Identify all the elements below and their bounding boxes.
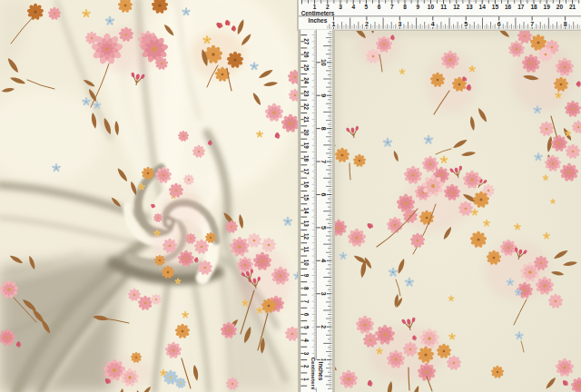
svg-text:16: 16 bbox=[303, 181, 310, 189]
svg-text:1: 1 bbox=[331, 21, 335, 27]
svg-text:9: 9 bbox=[320, 93, 327, 97]
svg-text:27: 27 bbox=[303, 38, 310, 45]
svg-text:7: 7 bbox=[530, 21, 534, 27]
svg-text:5: 5 bbox=[365, 4, 369, 10]
svg-text:20: 20 bbox=[556, 4, 564, 10]
svg-text:1: 1 bbox=[303, 377, 310, 381]
svg-text:2: 2 bbox=[320, 325, 327, 328]
svg-text:21: 21 bbox=[303, 116, 310, 123]
svg-text:20: 20 bbox=[303, 129, 310, 136]
svg-text:7: 7 bbox=[303, 299, 310, 303]
svg-text:15: 15 bbox=[303, 194, 310, 201]
svg-text:17: 17 bbox=[517, 4, 525, 10]
svg-text:14: 14 bbox=[303, 207, 310, 214]
svg-text:5: 5 bbox=[464, 21, 468, 27]
svg-text:5: 5 bbox=[303, 326, 310, 329]
svg-text:14: 14 bbox=[479, 4, 487, 10]
svg-text:2: 2 bbox=[303, 365, 310, 368]
svg-text:4: 4 bbox=[431, 21, 435, 27]
svg-text:6: 6 bbox=[320, 193, 327, 197]
svg-text:16: 16 bbox=[505, 4, 512, 10]
svg-text:22: 22 bbox=[303, 103, 310, 111]
svg-text:4: 4 bbox=[320, 259, 327, 262]
svg-text:26: 26 bbox=[303, 52, 310, 59]
svg-text:15: 15 bbox=[492, 4, 499, 10]
svg-text:8: 8 bbox=[303, 287, 310, 290]
svg-text:4: 4 bbox=[303, 338, 310, 342]
svg-text:13: 13 bbox=[466, 4, 473, 10]
svg-text:3: 3 bbox=[339, 4, 342, 10]
svg-text:7: 7 bbox=[390, 4, 394, 10]
svg-text:Centimeters: Centimeters bbox=[310, 358, 317, 390]
svg-text:19: 19 bbox=[303, 142, 310, 150]
svg-text:5: 5 bbox=[320, 226, 327, 230]
svg-text:8: 8 bbox=[320, 127, 327, 131]
svg-text:6: 6 bbox=[497, 21, 501, 27]
svg-text:10: 10 bbox=[428, 4, 435, 10]
svg-text:12: 12 bbox=[303, 233, 310, 240]
svg-text:9: 9 bbox=[416, 4, 419, 10]
svg-text:11: 11 bbox=[440, 4, 447, 10]
svg-text:3: 3 bbox=[398, 21, 401, 27]
svg-text:8: 8 bbox=[403, 4, 407, 10]
svg-text:4: 4 bbox=[351, 4, 355, 10]
svg-text:18: 18 bbox=[530, 4, 537, 10]
svg-text:23: 23 bbox=[303, 90, 310, 97]
svg-text:2: 2 bbox=[365, 21, 369, 27]
svg-text:12: 12 bbox=[453, 4, 460, 10]
svg-text:6: 6 bbox=[303, 313, 310, 317]
svg-text:19: 19 bbox=[544, 4, 551, 10]
svg-text:1: 1 bbox=[313, 4, 317, 10]
svg-text:25: 25 bbox=[303, 64, 310, 72]
svg-text:9: 9 bbox=[303, 274, 310, 278]
svg-text:Centimeters: Centimeters bbox=[301, 10, 335, 16]
svg-text:6: 6 bbox=[378, 4, 381, 10]
svg-text:21: 21 bbox=[569, 4, 576, 10]
svg-text:10: 10 bbox=[320, 59, 327, 66]
svg-text:7: 7 bbox=[320, 160, 327, 163]
svg-text:17: 17 bbox=[303, 168, 310, 175]
svg-text:Inches: Inches bbox=[318, 362, 324, 381]
svg-text:3: 3 bbox=[303, 352, 310, 356]
svg-text:24: 24 bbox=[303, 77, 310, 84]
svg-text:Inches: Inches bbox=[309, 17, 328, 24]
svg-text:3: 3 bbox=[320, 292, 327, 296]
svg-text:8: 8 bbox=[564, 21, 567, 27]
svg-text:10: 10 bbox=[303, 260, 310, 267]
svg-text:13: 13 bbox=[303, 220, 310, 228]
svg-text:11: 11 bbox=[303, 247, 310, 253]
svg-text:2: 2 bbox=[326, 4, 330, 10]
svg-text:18: 18 bbox=[303, 155, 310, 162]
